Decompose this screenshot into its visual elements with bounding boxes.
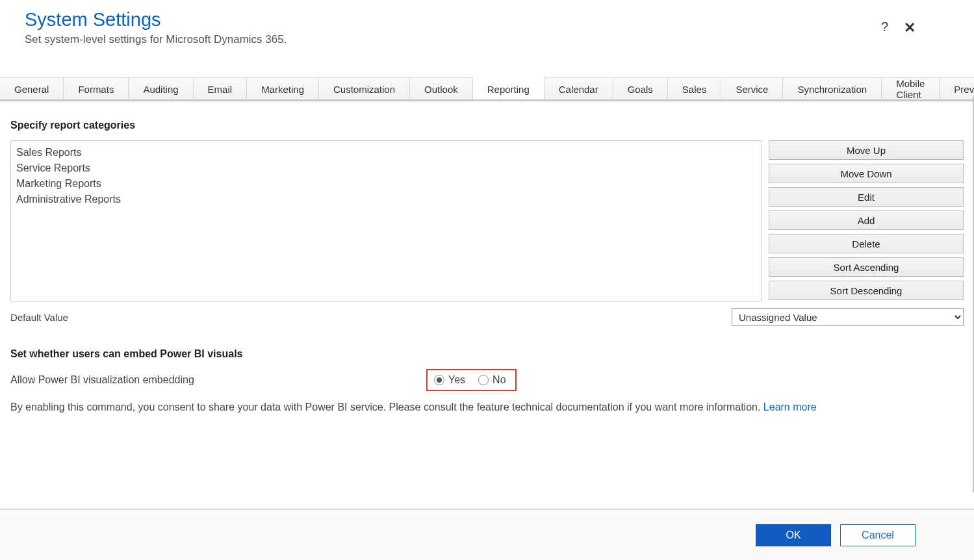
tab-customization[interactable]: Customization bbox=[319, 78, 410, 99]
report-section-title: Specify report categories bbox=[10, 120, 964, 131]
delete-button[interactable]: Delete bbox=[769, 234, 964, 253]
tab-formats[interactable]: Formats bbox=[64, 78, 129, 99]
list-item[interactable]: Administrative Reports bbox=[14, 192, 759, 207]
embed-label: Allow Power BI visualization embedding bbox=[10, 374, 426, 386]
content-panel: Specify report categories Sales ReportsS… bbox=[0, 99, 974, 509]
default-value-select[interactable]: Unassigned Value bbox=[732, 308, 964, 326]
embed-note: By enabling this command, you consent to… bbox=[10, 401, 964, 413]
add-button[interactable]: Add bbox=[769, 210, 964, 230]
default-value-label: Default Value bbox=[10, 312, 68, 323]
close-icon[interactable]: ✕ bbox=[904, 19, 916, 36]
report-category-listbox[interactable]: Sales ReportsService ReportsMarketing Re… bbox=[10, 140, 762, 301]
page-title: System Settings bbox=[25, 9, 949, 31]
tab-calendar[interactable]: Calendar bbox=[545, 78, 613, 99]
tab-goals[interactable]: Goals bbox=[613, 78, 668, 99]
learn-more-link[interactable]: Learn more bbox=[763, 401, 817, 413]
tab-bar: GeneralFormatsAuditingEmailMarketingCust… bbox=[0, 77, 974, 99]
tab-outlook[interactable]: Outlook bbox=[410, 78, 473, 99]
embed-note-text: By enabling this command, you consent to… bbox=[10, 401, 763, 413]
page-subtitle: Set system-level settings for Microsoft … bbox=[25, 33, 949, 46]
embed-radio-yes[interactable]: Yes bbox=[434, 374, 465, 386]
list-item[interactable]: Marketing Reports bbox=[14, 176, 759, 192]
cancel-button[interactable]: Cancel bbox=[840, 524, 916, 546]
edit-button[interactable]: Edit bbox=[769, 187, 964, 207]
ok-button[interactable]: OK bbox=[756, 524, 831, 546]
help-icon[interactable]: ? bbox=[881, 19, 888, 36]
move-up-button[interactable]: Move Up bbox=[769, 140, 964, 160]
tab-service[interactable]: Service bbox=[721, 78, 783, 99]
radio-empty-icon bbox=[478, 375, 489, 385]
radio-filled-icon bbox=[434, 375, 444, 385]
tab-mobile-client[interactable]: Mobile Client bbox=[882, 78, 940, 99]
tab-sales[interactable]: Sales bbox=[668, 78, 722, 99]
tab-previews[interactable]: Previews bbox=[940, 78, 974, 99]
report-button-column: Move Up Move Down Edit Add Delete Sort A… bbox=[769, 140, 964, 301]
tab-marketing[interactable]: Marketing bbox=[247, 78, 319, 99]
tab-general[interactable]: General bbox=[0, 78, 64, 99]
embed-radio-yes-label: Yes bbox=[448, 374, 465, 386]
tab-email[interactable]: Email bbox=[194, 78, 248, 99]
embed-radio-group: Yes No bbox=[426, 369, 517, 391]
embed-radio-no-label: No bbox=[493, 374, 506, 386]
sort-descending-button[interactable]: Sort Descending bbox=[769, 281, 964, 300]
move-down-button[interactable]: Move Down bbox=[769, 164, 964, 183]
header: System Settings Set system-level setting… bbox=[0, 0, 974, 46]
list-item[interactable]: Sales Reports bbox=[14, 145, 759, 160]
embed-radio-no[interactable]: No bbox=[478, 374, 506, 386]
embed-section-title: Set whether users can embed Power BI vis… bbox=[10, 348, 964, 360]
footer: OK Cancel bbox=[0, 509, 974, 560]
tab-reporting[interactable]: Reporting bbox=[473, 77, 545, 99]
sort-ascending-button[interactable]: Sort Ascending bbox=[769, 257, 964, 277]
list-item[interactable]: Service Reports bbox=[14, 160, 759, 176]
tab-synchronization[interactable]: Synchronization bbox=[783, 78, 882, 99]
tab-auditing[interactable]: Auditing bbox=[129, 78, 193, 99]
